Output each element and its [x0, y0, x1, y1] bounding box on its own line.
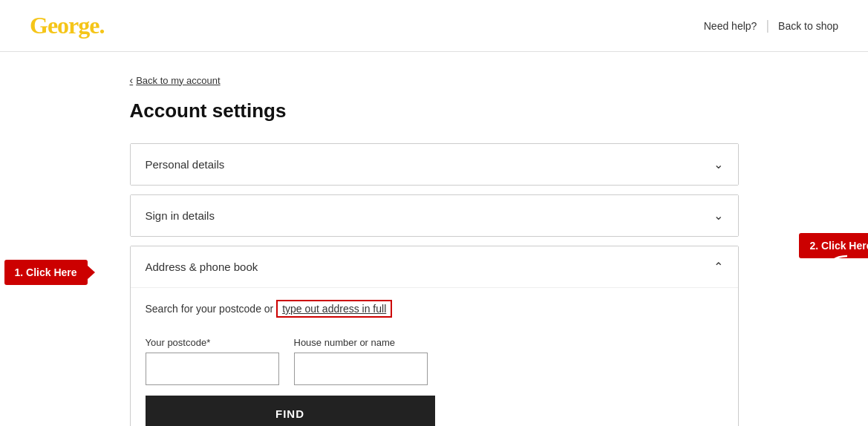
- house-number-input[interactable]: [294, 353, 428, 385]
- find-button[interactable]: FIND: [146, 396, 435, 426]
- arrow-svg: [821, 255, 851, 277]
- sign-in-details-label: Sign in details: [146, 209, 215, 222]
- header-nav: Need help? | Back to shop: [704, 18, 838, 33]
- house-number-group: House number or name: [294, 337, 428, 385]
- postcode-label: Your postcode*: [146, 337, 279, 348]
- logo-dot: .: [99, 12, 105, 39]
- address-phone-book-header[interactable]: Address & phone book ⌃: [131, 246, 738, 287]
- personal-details-accordion: Personal details ⌄: [130, 143, 739, 186]
- sign-in-details-header[interactable]: Sign in details ⌄: [131, 195, 738, 236]
- callout-2-wrapper: 2. Click Here: [799, 233, 868, 258]
- logo-text: George: [30, 12, 99, 39]
- personal-details-header[interactable]: Personal details ⌄: [131, 144, 738, 185]
- chevron-left-icon: ‹: [130, 74, 134, 86]
- search-postcode-label: Search for your postcode or type out add…: [146, 303, 723, 315]
- callout-1: 1. Click Here: [4, 260, 88, 285]
- callout-2: 2. Click Here: [799, 233, 868, 258]
- back-link-label: Back to my account: [136, 75, 220, 86]
- site-logo: George.: [30, 12, 105, 39]
- address-form-row: Your postcode* House number or name: [146, 337, 723, 385]
- address-phone-book-accordion: 1. Click Here Address & phone book ⌃ Sea…: [130, 246, 739, 426]
- need-help-link[interactable]: Need help?: [704, 20, 757, 32]
- postcode-group: Your postcode*: [146, 337, 279, 385]
- nav-divider: |: [766, 18, 769, 33]
- address-phone-book-body: Search for your postcode or type out add…: [131, 287, 738, 426]
- back-to-account-link[interactable]: ‹ Back to my account: [130, 74, 221, 86]
- postcode-input[interactable]: [146, 353, 279, 385]
- page-title: Account settings: [130, 99, 739, 122]
- house-number-label: House number or name: [294, 337, 428, 348]
- sign-in-details-accordion: Sign in details ⌄: [130, 194, 739, 237]
- chevron-down-icon: ⌄: [714, 209, 723, 223]
- back-to-shop-link[interactable]: Back to shop: [778, 20, 838, 32]
- address-phone-book-label: Address & phone book: [146, 260, 258, 273]
- type-address-full-link[interactable]: type out address in full: [276, 300, 392, 318]
- chevron-up-icon: ⌃: [714, 260, 723, 274]
- site-header: George. Need help? | Back to shop: [0, 0, 868, 52]
- personal-details-label: Personal details: [146, 158, 225, 171]
- main-content: ‹ Back to my account Account settings Pe…: [115, 52, 754, 426]
- chevron-down-icon: ⌄: [714, 157, 723, 171]
